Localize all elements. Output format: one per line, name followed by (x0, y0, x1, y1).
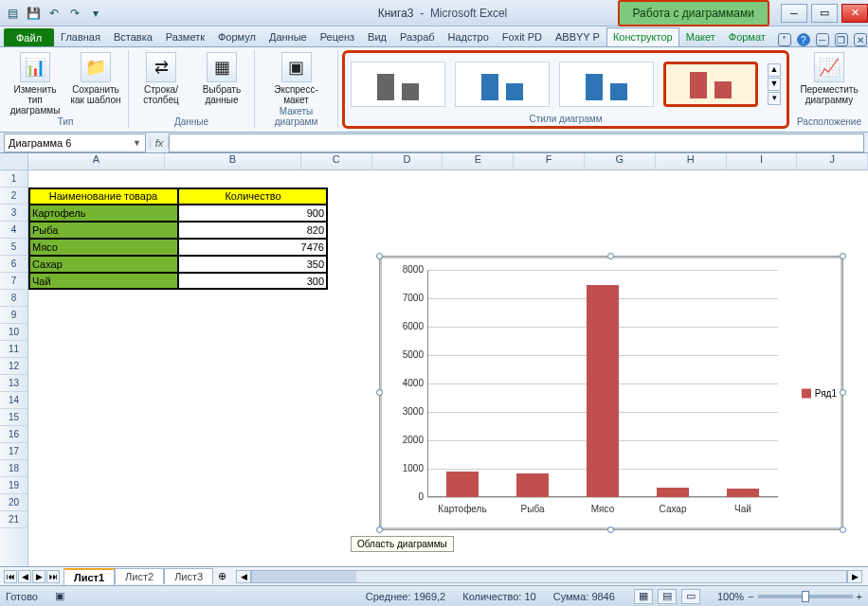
mdi-close-icon[interactable]: ✕ (854, 33, 867, 46)
row-header-14[interactable]: 14 (0, 392, 27, 409)
row-header-17[interactable]: 17 (0, 443, 27, 460)
col-header-E[interactable]: E (443, 153, 514, 169)
cell-B3[interactable]: 900 (178, 205, 328, 222)
cell-A7[interactable]: Чай (28, 273, 178, 290)
col-header-H[interactable]: H (656, 153, 727, 169)
row-header-5[interactable]: 5 (0, 239, 27, 256)
tab-view[interactable]: Вид (361, 27, 393, 46)
chart-style-1[interactable] (351, 62, 445, 107)
quick-layout-button[interactable]: ▣Экспресс-макет (268, 52, 325, 105)
tab-foxit[interactable]: Foxit PD (496, 27, 549, 46)
tab-data[interactable]: Данные (262, 27, 314, 46)
redo-icon[interactable]: ↷ (66, 5, 83, 22)
view-pagebreak-icon[interactable]: ▭ (681, 589, 700, 604)
row-header-19[interactable]: 19 (0, 477, 27, 494)
row-header-21[interactable]: 21 (0, 511, 27, 528)
col-header-I[interactable]: I (727, 153, 798, 169)
chart-tools-context-tab[interactable]: Работа с диаграммами (618, 0, 770, 27)
chart-bar[interactable] (516, 473, 548, 497)
col-header-B[interactable]: B (165, 153, 301, 169)
row-header-6[interactable]: 6 (0, 256, 27, 273)
chart-bar[interactable] (587, 285, 618, 497)
plot-area[interactable]: 010002000300040005000600070008000Картофе… (427, 270, 778, 514)
col-header-G[interactable]: G (585, 153, 656, 169)
hscroll-left-icon[interactable]: ◀ (236, 570, 251, 583)
row-header-8[interactable]: 8 (0, 290, 27, 307)
cell-A4[interactable]: Рыба (28, 222, 178, 239)
sheet-tab-2[interactable]: Лист2 (115, 568, 164, 584)
horizontal-scrollbar[interactable]: ◀ ▶ (236, 570, 862, 583)
row-header-20[interactable]: 20 (0, 494, 27, 511)
tab-developer[interactable]: Разраб (393, 27, 442, 46)
row-header-2[interactable]: 2 (0, 187, 27, 205)
row-header-15[interactable]: 15 (0, 409, 27, 426)
row-header-9[interactable]: 9 (0, 307, 27, 324)
new-sheet-icon[interactable]: ⊕ (213, 570, 230, 582)
cell-B6[interactable]: 350 (178, 256, 328, 273)
col-header-F[interactable]: F (514, 153, 585, 169)
row-header-3[interactable]: 3 (0, 205, 27, 222)
sheet-tab-3[interactable]: Лист3 (164, 568, 213, 584)
cell-B2[interactable]: Количество (178, 187, 328, 205)
tab-review[interactable]: Реценз (314, 27, 361, 46)
mdi-minimize-icon[interactable]: ─ (816, 33, 829, 46)
row-header-11[interactable]: 11 (0, 341, 27, 358)
cells-layer[interactable]: Наименование товара Количество Картофель… (28, 170, 868, 566)
worksheet-grid[interactable]: A B C D E F G H I J 12345678910111213141… (0, 153, 868, 566)
zoom-slider-thumb[interactable] (802, 591, 809, 602)
col-header-D[interactable]: D (372, 153, 443, 169)
maximize-button[interactable]: ▭ (811, 4, 838, 23)
tab-addins[interactable]: Надстро (442, 27, 496, 46)
cell-A6[interactable]: Сахар (28, 256, 178, 273)
chart-style-2[interactable] (455, 62, 550, 107)
chart-bar[interactable] (727, 489, 758, 497)
row-header-18[interactable]: 18 (0, 460, 27, 477)
chart-style-4[interactable] (663, 62, 758, 107)
cell-B4[interactable]: 820 (178, 222, 328, 239)
cell-A3[interactable]: Картофель (28, 205, 178, 222)
view-normal-icon[interactable]: ▦ (634, 589, 653, 604)
sheet-nav-last-icon[interactable]: ⏭ (46, 570, 60, 583)
tab-home[interactable]: Главная (54, 27, 107, 46)
minimize-button[interactable]: ─ (781, 4, 807, 23)
macro-record-icon[interactable]: ▣ (55, 590, 64, 602)
chart-legend[interactable]: Ряд1 (802, 388, 837, 399)
close-button[interactable]: ✕ (841, 4, 868, 23)
row-header-13[interactable]: 13 (0, 375, 27, 392)
row-header-16[interactable]: 16 (0, 426, 27, 443)
hscroll-thumb[interactable] (252, 571, 356, 582)
name-box[interactable]: Диаграмма 6 ▼ (4, 134, 146, 152)
styles-scroll-up-icon[interactable]: ▲ (768, 63, 781, 77)
tab-chart-format[interactable]: Формат (722, 27, 772, 46)
undo-icon[interactable]: ↶ (45, 5, 63, 22)
name-box-dropdown-icon[interactable]: ▼ (133, 138, 141, 148)
formula-input[interactable] (169, 134, 864, 152)
sheet-nav-next-icon[interactable]: ▶ (32, 570, 45, 583)
chart-bar[interactable] (657, 488, 688, 498)
row-header-10[interactable]: 10 (0, 324, 27, 341)
hscroll-right-icon[interactable]: ▶ (847, 570, 862, 583)
tab-chart-design[interactable]: Конструктор (606, 27, 679, 46)
chart-bar[interactable] (446, 472, 478, 497)
styles-scroll-down-icon[interactable]: ▼ (768, 78, 781, 91)
tab-chart-layout[interactable]: Макет (679, 27, 722, 46)
move-chart-button[interactable]: 📈Переместить диаграмму (801, 52, 858, 105)
tab-insert[interactable]: Вставка (107, 27, 159, 46)
change-chart-type-button[interactable]: 📊Изменить тип диаграммы (7, 52, 63, 116)
chart-style-3[interactable] (559, 62, 654, 107)
help-icon[interactable]: ? (797, 33, 810, 46)
row-header-7[interactable]: 7 (0, 273, 27, 290)
fx-button[interactable]: fx (150, 137, 169, 149)
view-pagelayout-icon[interactable]: ▤ (658, 589, 677, 604)
styles-more-icon[interactable]: ▾ (768, 92, 781, 105)
hscroll-track[interactable] (251, 570, 847, 583)
ribbon-minimize-icon[interactable]: ˄ (778, 33, 791, 46)
sheet-nav-prev-icon[interactable]: ◀ (18, 570, 31, 583)
zoom-in-icon[interactable]: + (857, 591, 862, 602)
col-header-A[interactable]: A (28, 153, 165, 169)
select-all-corner[interactable] (0, 153, 28, 170)
save-icon[interactable]: 💾 (25, 5, 42, 22)
mdi-restore-icon[interactable]: ❐ (835, 33, 848, 46)
zoom-slider[interactable] (758, 595, 853, 598)
row-header-12[interactable]: 12 (0, 358, 27, 375)
